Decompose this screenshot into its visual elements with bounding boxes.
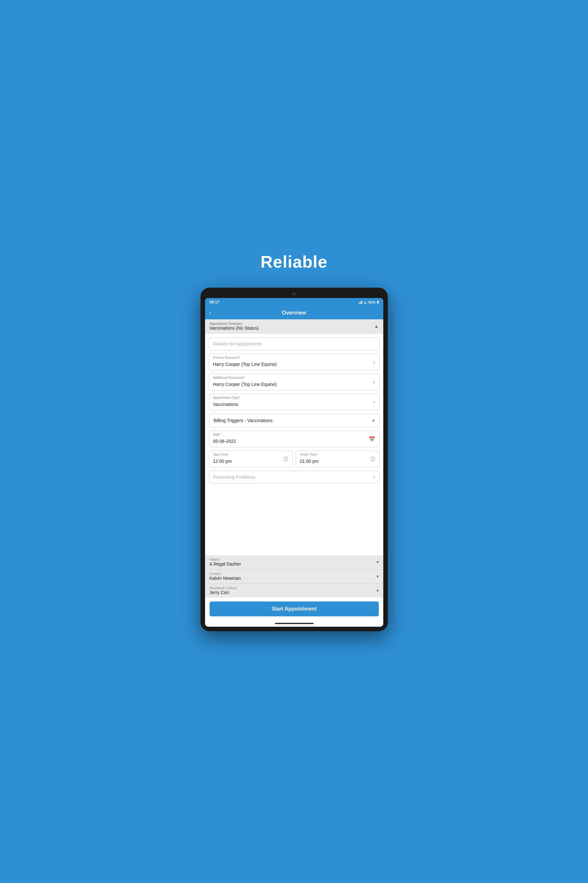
reason-placeholder: Reason for Appointment — [213, 341, 261, 346]
date-value: 05-06-2022 — [213, 434, 375, 444]
additional-resources-field[interactable]: Additional Resources* Harry Cooper (Top … — [209, 374, 380, 390]
wifi-icon: ▲ — [364, 300, 367, 304]
scroll-content: Reason for Appointment Primary Resource*… — [205, 334, 383, 555]
patient-info: Patient A Regal Dasher — [210, 558, 241, 567]
presenting-problems-arrow: › — [374, 474, 375, 480]
residence-contact-row[interactable]: Residence Contact Jerry Can ▾ — [205, 584, 383, 597]
patient-dropdown-icon: ▾ — [376, 560, 379, 565]
appointment-summary-content: Appointment Summary Vaccinations (No Sta… — [210, 322, 259, 331]
contact-dropdown-icon: ▾ — [376, 574, 379, 579]
nav-title: Overview — [282, 310, 306, 316]
battery-icon: ▮ — [377, 300, 379, 304]
finish-time-field[interactable]: Finish Time* 01:00 pm 🕐 — [296, 451, 380, 467]
tablet-frame: 09:17 ▲ 91% ▮ ‹ Overview Appointment Sum… — [201, 288, 388, 631]
contact-value: Kalvin Newman — [210, 576, 241, 581]
time-row: Start Time* 12:00 pm 🕐 Finish Time* 01:0… — [209, 451, 380, 467]
billing-dropdown-icon: ▾ — [372, 418, 375, 423]
patient-value: A Regal Dasher — [210, 561, 241, 567]
home-indicator — [205, 620, 383, 627]
presenting-problems-placeholder: Presenting Problems — [213, 474, 255, 480]
additional-resources-label: Additional Resources* — [213, 376, 245, 379]
billing-triggers-value: Billing Triggers - Vaccinations — [214, 418, 273, 423]
tablet-screen: 09:17 ▲ 91% ▮ ‹ Overview Appointment Sum… — [205, 298, 383, 627]
appointment-summary-label: Appointment Summary — [210, 322, 259, 325]
residence-contact-info: Residence Contact Jerry Can — [210, 586, 237, 595]
additional-resources-arrow: › — [374, 379, 375, 385]
page-title: Reliable — [261, 252, 327, 271]
status-time: 09:17 — [210, 300, 220, 304]
appointment-type-label: Appointment Type* — [213, 396, 240, 400]
residence-contact-label: Residence Contact — [210, 586, 237, 590]
primary-resource-arrow: › — [374, 360, 375, 365]
appointment-type-field[interactable]: Appointment Type* Vaccinations › — [209, 394, 380, 411]
residence-contact-dropdown-icon: ▾ — [376, 588, 379, 593]
signal-icon — [359, 301, 362, 304]
finish-time-clock-icon: 🕐 — [370, 456, 375, 462]
spacer — [209, 487, 380, 551]
camera — [292, 292, 296, 295]
appointment-summary-bar[interactable]: Appointment Summary Vaccinations (No Sta… — [205, 319, 383, 334]
patient-row[interactable]: Patient A Regal Dasher ▾ — [205, 555, 383, 570]
finish-time-label: Finish Time* — [300, 453, 318, 456]
contact-label: Contact — [210, 572, 241, 576]
nav-bar: ‹ Overview — [205, 306, 383, 319]
start-time-label: Start Time* — [213, 453, 229, 456]
contact-row[interactable]: Contact Kalvin Newman ▾ — [205, 570, 383, 584]
primary-resource-label: Primary Resource* — [213, 356, 240, 360]
bottom-info-bar: Patient A Regal Dasher ▾ Contact Kalvin … — [205, 555, 383, 597]
status-bar: 09:17 ▲ 91% ▮ — [205, 298, 383, 306]
calendar-icon[interactable]: 📅 — [369, 436, 375, 442]
presenting-problems-field[interactable]: Presenting Problems › — [209, 471, 380, 483]
reason-field[interactable]: Reason for Appointment — [209, 337, 380, 350]
residence-contact-value: Jerry Can — [210, 590, 237, 595]
date-label: Date* — [213, 433, 221, 436]
start-appointment-button[interactable]: Start Appointment — [210, 602, 379, 616]
patient-label: Patient — [210, 558, 241, 561]
back-button[interactable]: ‹ — [210, 309, 212, 316]
appointment-summary-value: Vaccinations (No Status) — [210, 325, 259, 331]
start-btn-container: Start Appointment — [205, 597, 383, 620]
primary-resource-field[interactable]: Primary Resource* Harry Cooper (Top Line… — [209, 354, 380, 370]
contact-info: Contact Kalvin Newman — [210, 572, 241, 581]
collapse-icon[interactable]: ▲ — [374, 323, 379, 329]
start-time-clock-icon: 🕐 — [283, 456, 288, 462]
start-time-field[interactable]: Start Time* 12:00 pm 🕐 — [209, 451, 292, 467]
billing-triggers-field[interactable]: Billing Triggers - Vaccinations ▾ — [209, 414, 380, 427]
appointment-type-arrow: › — [374, 400, 375, 405]
battery-level: 91% — [368, 300, 375, 304]
home-bar — [275, 623, 314, 624]
status-icons: ▲ 91% ▮ — [359, 300, 379, 304]
date-field[interactable]: Date* 05-06-2022 📅 — [209, 430, 380, 447]
